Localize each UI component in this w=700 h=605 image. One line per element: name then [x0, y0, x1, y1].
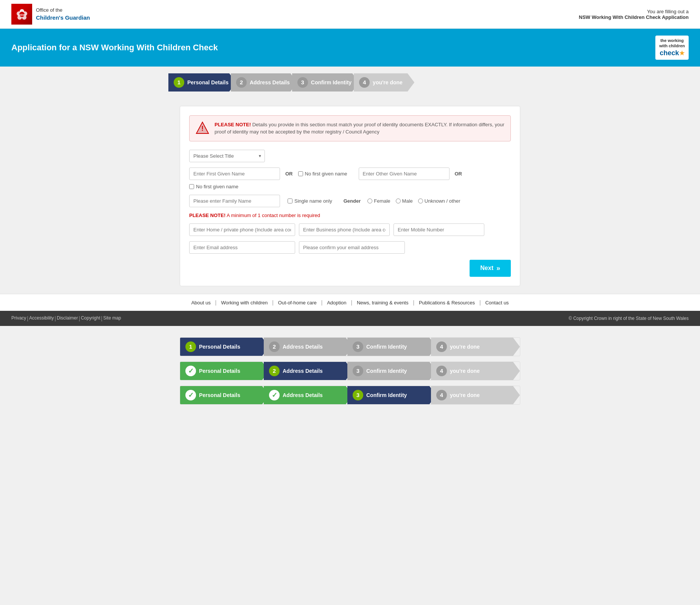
step-3-inner[interactable]: 3 Confirm Identity: [292, 73, 359, 92]
pb2-step2-num: 2: [269, 366, 280, 376]
first-name-input[interactable]: [189, 168, 280, 180]
pb1-step1-label: Personal Details: [199, 344, 240, 350]
no-first-given-label-2[interactable]: No first given name: [189, 184, 238, 189]
no-first-given-checkbox-2[interactable]: [189, 184, 194, 189]
step-1-label: Personal Details: [187, 79, 229, 85]
title-select-wrapper[interactable]: Please Select Title Mr Mrs Miss Ms Dr Pr…: [189, 150, 265, 162]
footer-adoption[interactable]: Adoption: [327, 300, 346, 306]
or-label-2: OR: [455, 171, 462, 177]
next-button[interactable]: Next »: [470, 260, 511, 277]
other-name-input[interactable]: [359, 168, 450, 180]
progress-section: 1 Personal Details 2 Address Details 3 C…: [168, 337, 532, 405]
footer-contact[interactable]: Contact us: [485, 300, 509, 306]
footer-about-us[interactable]: About us: [191, 300, 210, 306]
logo-area: NSW Office of the Children's Guardian: [11, 4, 90, 25]
pb2-step1-num: ✓: [185, 366, 196, 376]
footer-working-with-children[interactable]: Working with children: [221, 300, 268, 306]
alert-text: PLEASE NOTE! Details you provide in this…: [215, 121, 504, 136]
pb1-step3-label: Confirm Identity: [366, 344, 407, 350]
step-2-label: Address Details: [250, 79, 290, 85]
step-4[interactable]: 4 you're done: [359, 73, 414, 92]
single-name-label[interactable]: Single name only: [288, 198, 332, 204]
gender-male-label[interactable]: Male: [396, 198, 413, 204]
contact-note: PLEASE NOTE! A minimum of 1 contact numb…: [189, 213, 511, 218]
footer-privacy[interactable]: Privacy: [11, 315, 26, 321]
footer-publications[interactable]: Publications & Resources: [419, 300, 475, 306]
confirm-email-input[interactable]: [299, 241, 405, 254]
gender-female-label[interactable]: Female: [367, 198, 390, 204]
svg-text:!: !: [201, 125, 204, 132]
gender-female-radio[interactable]: [367, 199, 372, 203]
pb1-step2-label: Address Details: [283, 344, 323, 350]
alert-box: ! PLEASE NOTE! Details you provide in th…: [189, 115, 511, 141]
pb2-step2-label: Address Details: [283, 368, 323, 374]
gender-unknown-radio[interactable]: [418, 199, 423, 203]
pb2-step3[interactable]: 3 Confirm Identity: [347, 362, 436, 380]
pb2-step4-label: you're done: [450, 368, 480, 374]
footer-accessibility[interactable]: Accessibility: [29, 315, 54, 321]
pb1-step4[interactable]: 4 you're done: [431, 338, 520, 356]
email-input[interactable]: [189, 241, 295, 254]
progress-bar-1: 1 Personal Details 2 Address Details 3 C…: [180, 337, 520, 356]
footer-sitemap[interactable]: Site map: [103, 315, 121, 321]
pb3-step3[interactable]: 3 Confirm Identity: [347, 386, 436, 404]
mobile-input[interactable]: [394, 223, 484, 236]
pb2-step4[interactable]: 4 you're done: [431, 362, 520, 380]
single-name-checkbox[interactable]: [288, 199, 292, 203]
step-4-label: you're done: [373, 79, 403, 85]
step-2[interactable]: 2 Address Details: [236, 73, 297, 92]
pb2-step3-num: 3: [353, 366, 363, 376]
page-header: NSW Office of the Children's Guardian Yo…: [0, 0, 700, 29]
nsw-logo: NSW: [11, 4, 32, 25]
family-name-input[interactable]: [189, 195, 280, 207]
next-chevron-icon: »: [496, 264, 500, 272]
wwc-logo: the working with children check★: [655, 36, 689, 60]
step-3[interactable]: 3 Confirm Identity: [297, 73, 359, 92]
pb3-step4[interactable]: 4 you're done: [431, 386, 520, 404]
pb2-step4-num: 4: [436, 366, 447, 376]
progress-steps-3: ✓ Personal Details ✓ Address Details 3 C…: [180, 386, 520, 404]
home-phone-input[interactable]: [189, 223, 295, 236]
family-name-row: Single name only Gender Female Male Unkn…: [189, 195, 511, 207]
step-1-num: 1: [174, 77, 184, 88]
pb3-step2-label: Address Details: [283, 392, 323, 398]
footer-copyright-link[interactable]: Copyright: [81, 315, 100, 321]
pb1-step1[interactable]: 1 Personal Details: [180, 338, 269, 356]
pb3-step3-label: Confirm Identity: [366, 392, 407, 398]
no-first-given-label-1[interactable]: No first given name: [298, 171, 347, 177]
pb3-step2[interactable]: ✓ Address Details: [264, 386, 353, 404]
pb3-step4-label: you're done: [450, 392, 480, 398]
title-select[interactable]: Please Select Title Mr Mrs Miss Ms Dr Pr…: [189, 150, 265, 162]
footer-news[interactable]: News, training & events: [357, 300, 409, 306]
step-2-inner[interactable]: 2 Address Details: [231, 73, 297, 92]
pb2-step2[interactable]: 2 Address Details: [264, 362, 353, 380]
svg-text:NSW: NSW: [18, 13, 25, 17]
pb3-step1-label: Personal Details: [199, 392, 240, 398]
first-name-row: OR No first given name OR No first given…: [189, 168, 511, 189]
footer-out-of-home-care[interactable]: Out-of-home care: [278, 300, 317, 306]
footer-bottom: Privacy | Accessibility | Disclaimer | C…: [0, 311, 700, 326]
main-steps: 1 Personal Details 2 Address Details 3 C…: [168, 73, 532, 92]
pb3-step1[interactable]: ✓ Personal Details: [180, 386, 269, 404]
gender-unknown-label[interactable]: Unknown / other: [418, 198, 460, 204]
pb1-step3[interactable]: 3 Confirm Identity: [347, 338, 436, 356]
header-right-text: You are filling out a NSW Working With C…: [579, 9, 689, 20]
step-3-num: 3: [297, 77, 308, 88]
main-steps-container: 1 Personal Details 2 Address Details 3 C…: [0, 67, 700, 98]
alert-triangle-icon: !: [196, 121, 209, 135]
step-4-inner[interactable]: 4 you're done: [354, 73, 414, 92]
org-name-text: Office of the Children's Guardian: [36, 7, 90, 22]
pb2-step1-label: Personal Details: [199, 368, 240, 374]
form-card: ! PLEASE NOTE! Details you provide in th…: [180, 106, 520, 286]
pb2-step1[interactable]: ✓ Personal Details: [180, 362, 269, 380]
step-1-inner[interactable]: 1 Personal Details: [168, 73, 236, 92]
gender-male-radio[interactable]: [396, 199, 401, 203]
step-4-num: 4: [359, 77, 370, 88]
biz-phone-input[interactable]: [299, 223, 390, 236]
footer-disclaimer[interactable]: Disclaimer: [57, 315, 78, 321]
step-1[interactable]: 1 Personal Details: [168, 73, 236, 92]
no-first-given-checkbox-1[interactable]: [298, 171, 303, 176]
pb2-step3-label: Confirm Identity: [366, 368, 407, 374]
pb1-step2[interactable]: 2 Address Details: [264, 338, 353, 356]
or-label-1: OR: [285, 171, 293, 177]
